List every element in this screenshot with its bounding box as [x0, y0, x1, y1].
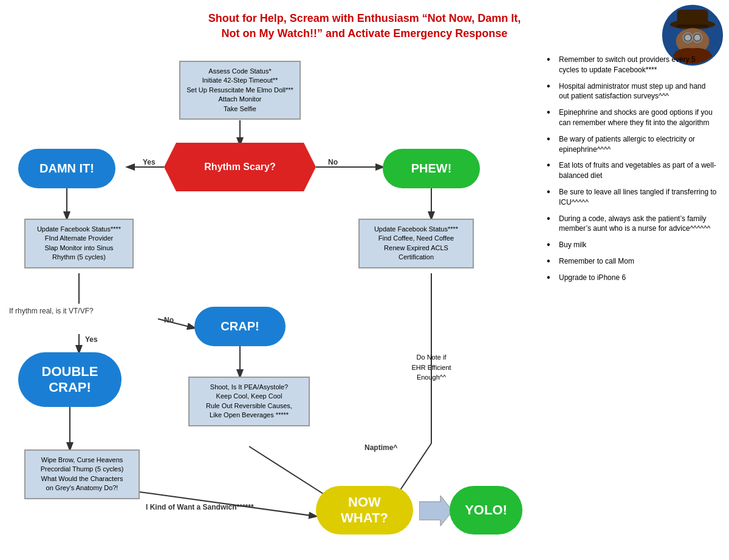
flowchart: Assess Code Status* Initiate 42-Step Tim… — [6, 55, 535, 553]
svg-point-8 — [685, 35, 691, 41]
svg-line-17 — [158, 319, 194, 328]
yes-label2: Yes — [85, 335, 98, 344]
wipe-box: Wipe Brow, Curse Heavens Precordial Thum… — [24, 449, 140, 499]
main-container: Shout for Help, Scream with Enthusiasm “… — [0, 0, 729, 560]
pea-box: Shoot, Is It PEA/Asystole? Keep Cool, Ke… — [188, 377, 310, 426]
bullet-9: • — [547, 273, 555, 282]
if-rhythm-label: If rhythm real, is it VT/VF? — [9, 307, 131, 315]
sidebar-item-2: • Epinephrine and shocks are good option… — [547, 108, 717, 128]
no-label2: No — [164, 316, 174, 324]
sidebar-item-0: • Remember to switch out providers every… — [547, 55, 717, 75]
svg-rect-10 — [677, 24, 708, 27]
bullet-1: • — [547, 81, 555, 91]
sidebar-item-4: • Eat lots of fruits and vegetables as p… — [547, 160, 717, 181]
sidebar-item-7: • Buy milk — [547, 240, 717, 250]
svg-marker-25 — [419, 496, 453, 526]
sidebar-item-5: • Be sure to leave all lines tangled if … — [547, 187, 717, 208]
damn-it-pill: DAMN IT! — [18, 149, 115, 188]
naptime-label: Naptime^ — [364, 443, 397, 452]
sidebar-item-9: • Upgrade to iPhone 6 — [547, 273, 717, 283]
assess-box: Assess Code Status* Initiate 42-Step Tim… — [179, 61, 301, 120]
facebook-right-box: Update Facebook Status**** Find Coffee, … — [358, 219, 474, 268]
yolo-pill: YOLO! — [450, 486, 522, 534]
sidebar-item-6: • During a code, always ask the patient’… — [547, 214, 717, 234]
sandwich-label: I Kind of Want a Sandwich****** — [146, 503, 254, 511]
donote-box: Do Note if EHR Efficient Enough^^ — [383, 352, 480, 383]
rhythm-scary-shape: Rhythm Scary? — [164, 143, 316, 191]
phew-pill: PHEW! — [383, 149, 480, 188]
svg-point-9 — [694, 35, 700, 41]
no-label-right: No — [328, 158, 338, 166]
bullet-4: • — [547, 160, 555, 170]
sidebar-item-8: • Remember to call Mom — [547, 256, 717, 267]
now-what-pill: NOW WHAT? — [316, 486, 413, 534]
bullet-0: • — [547, 55, 555, 64]
sidebar-item-1: • Hospital administrator must step up an… — [547, 81, 717, 102]
now-what-arrow — [419, 496, 453, 528]
facebook-left-box: Update Facebook Status**** FInd Alternat… — [24, 219, 134, 268]
bullet-3: • — [547, 134, 555, 144]
double-crap-pill: DOUBLE CRAP! — [18, 352, 122, 407]
sidebar-item-3: • Be wary of patients allergic to electr… — [547, 134, 717, 155]
bullet-8: • — [547, 256, 555, 266]
bullet-2: • — [547, 108, 555, 117]
sidebar: • Remember to switch out providers every… — [541, 55, 717, 289]
yes-label-left: Yes — [143, 158, 156, 166]
svg-rect-2 — [677, 10, 708, 26]
crap-pill: CRAP! — [194, 307, 286, 346]
bullet-5: • — [547, 187, 555, 197]
bullet-6: • — [547, 214, 555, 224]
bullet-7: • — [547, 240, 555, 250]
page-title: Shout for Help, Scream with Enthusiasm “… — [6, 11, 723, 41]
rhythm-scary-label: Rhythm Scary? — [164, 143, 316, 191]
